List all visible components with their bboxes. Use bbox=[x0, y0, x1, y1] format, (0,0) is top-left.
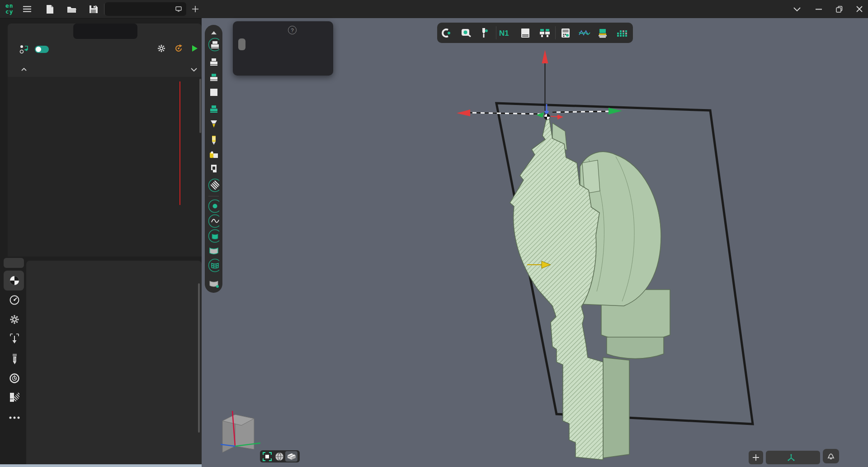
document-view-icon[interactable] bbox=[519, 27, 531, 39]
result-stock-icon[interactable] bbox=[208, 104, 219, 115]
coordinate-triad-icon bbox=[788, 454, 795, 461]
toolbar-separator bbox=[555, 26, 556, 39]
setup-panel bbox=[26, 261, 202, 467]
caliper-icon[interactable] bbox=[479, 27, 491, 39]
fit-view-button[interactable] bbox=[261, 451, 273, 462]
titlebar-divider bbox=[104, 4, 104, 14]
recalculate-icon[interactable] bbox=[174, 44, 183, 53]
approach-return-icon[interactable] bbox=[5, 330, 24, 347]
nc-code-icon[interactable]: N1 bbox=[499, 27, 511, 39]
document-tab[interactable] bbox=[105, 2, 186, 16]
feeds-speeds-icon[interactable] bbox=[5, 292, 24, 308]
mesh-display-icon[interactable] bbox=[208, 260, 219, 271]
new-file-icon[interactable] bbox=[44, 4, 55, 14]
bell-icon bbox=[826, 452, 835, 461]
plane-yz-button[interactable] bbox=[248, 38, 255, 50]
bottom-strip bbox=[0, 464, 202, 467]
plane-zx-button[interactable] bbox=[238, 38, 245, 50]
section-plane-panel: ? bbox=[233, 21, 333, 76]
points-display-icon[interactable] bbox=[208, 200, 219, 212]
toolbar-separator bbox=[496, 26, 496, 39]
stock-visibility-icon[interactable] bbox=[208, 39, 219, 50]
display-modes-toolbar bbox=[205, 25, 222, 293]
tab-simulation[interactable] bbox=[137, 24, 202, 39]
links-icon bbox=[19, 44, 29, 54]
new-tab-button[interactable] bbox=[190, 4, 201, 14]
cs-globale-button[interactable] bbox=[766, 451, 820, 464]
links-toggle[interactable] bbox=[35, 46, 49, 53]
plane-xy-button[interactable] bbox=[258, 38, 265, 50]
faces-display-icon[interactable] bbox=[208, 245, 219, 256]
scroll-up-icon[interactable] bbox=[208, 27, 219, 38]
view-vector-button[interactable] bbox=[268, 38, 275, 50]
open-folder-icon[interactable] bbox=[66, 4, 77, 14]
levels-icon[interactable] bbox=[597, 27, 609, 39]
add-operation-dropdown-icon[interactable] bbox=[191, 68, 197, 71]
links-row bbox=[8, 39, 202, 61]
setup-scrollbar[interactable] bbox=[198, 283, 200, 433]
tab-model[interactable] bbox=[8, 24, 73, 39]
collapse-icon[interactable] bbox=[21, 68, 27, 71]
statistics-icon[interactable] bbox=[617, 27, 628, 39]
tab-machining[interactable] bbox=[73, 24, 137, 39]
notifications-button[interactable] bbox=[823, 449, 839, 463]
solid-view-icon[interactable] bbox=[208, 86, 219, 98]
surface-point-icon[interactable] bbox=[208, 278, 219, 290]
view-mode-toolbar bbox=[260, 450, 300, 462]
surfaces-display-icon[interactable] bbox=[208, 230, 219, 242]
stock-result-icon[interactable] bbox=[5, 389, 24, 405]
part-visibility-icon[interactable] bbox=[208, 57, 219, 68]
shaded-view-button[interactable] bbox=[273, 451, 285, 462]
viewport-3d[interactable] bbox=[202, 18, 868, 467]
setup-wcs-icon[interactable] bbox=[5, 272, 24, 289]
sequence-line bbox=[179, 81, 180, 205]
display-icon bbox=[175, 6, 182, 12]
calculator-icon[interactable] bbox=[560, 27, 571, 39]
app-logo: ency bbox=[5, 3, 20, 15]
graphs-icon[interactable] bbox=[579, 27, 590, 39]
close-button[interactable] bbox=[854, 4, 865, 14]
minimize-button[interactable] bbox=[813, 4, 825, 14]
help-icon[interactable]: ? bbox=[288, 26, 297, 34]
workpiece-visibility-icon[interactable] bbox=[208, 72, 219, 83]
parameters-gear-icon[interactable] bbox=[5, 311, 24, 328]
machining-time-icon[interactable] bbox=[5, 370, 24, 386]
curves-display-icon[interactable] bbox=[208, 215, 219, 227]
window-dropdown-icon[interactable] bbox=[791, 4, 803, 14]
spindles-icon[interactable] bbox=[539, 27, 551, 39]
operations-scrollbar[interactable] bbox=[199, 79, 201, 133]
svg-text:N1: N1 bbox=[499, 29, 509, 38]
add-cs-button[interactable] bbox=[749, 451, 763, 464]
tool-strip-icon[interactable] bbox=[5, 351, 24, 367]
plus-icon bbox=[753, 454, 759, 461]
drill-visibility-icon[interactable] bbox=[208, 134, 219, 146]
toolbar-divider bbox=[208, 196, 219, 196]
more-options-icon[interactable] bbox=[5, 410, 24, 426]
strip-tile-partial[interactable] bbox=[4, 258, 24, 268]
restore-button[interactable] bbox=[833, 4, 845, 14]
main-menu-icon[interactable] bbox=[22, 4, 33, 14]
operations-header bbox=[8, 62, 202, 77]
run-simulation-icon[interactable] bbox=[191, 45, 198, 52]
section-view-button[interactable] bbox=[285, 451, 297, 462]
analysis-toolbar: N1 bbox=[437, 23, 633, 43]
tool-visibility-icon[interactable] bbox=[208, 118, 219, 129]
machining-panel bbox=[8, 24, 202, 257]
operations-list bbox=[8, 77, 202, 257]
measure-tape-icon[interactable] bbox=[460, 27, 472, 39]
title-bar: ency bbox=[0, 0, 868, 19]
section-hatch-icon[interactable] bbox=[208, 180, 219, 191]
snap-icon[interactable] bbox=[440, 27, 452, 39]
fixture-visibility-icon[interactable] bbox=[208, 163, 219, 174]
save-icon[interactable] bbox=[88, 4, 99, 14]
operations-settings-icon[interactable] bbox=[157, 44, 166, 53]
machine-visibility-icon[interactable] bbox=[208, 149, 219, 160]
